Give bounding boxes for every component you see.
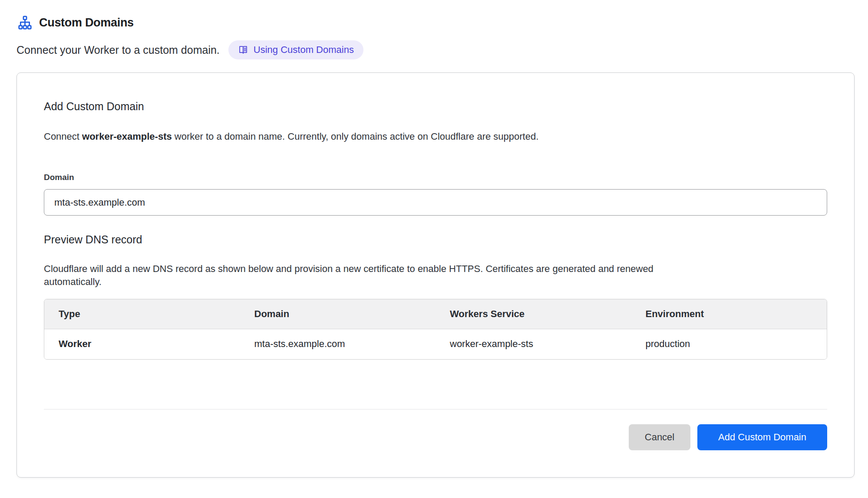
column-header-environment: Environment [631,299,827,329]
preview-dns-heading: Preview DNS record [44,233,827,246]
cell-type: Worker [44,329,240,360]
dns-preview-table: Type Domain Workers Service Environment … [44,299,827,360]
page-header: Custom Domains [18,16,855,30]
cell-domain: mta-sts.example.com [240,329,436,360]
cell-environment: production [631,329,827,360]
add-custom-domain-button[interactable]: Add Custom Domain [697,424,827,450]
cancel-button[interactable]: Cancel [629,424,690,450]
table-header-row: Type Domain Workers Service Environment [44,299,827,329]
open-book-icon [238,45,248,55]
docs-link-badge[interactable]: Using Custom Domains [228,40,363,59]
panel-description: Connect worker-example-sts worker to a d… [44,130,827,143]
column-header-workers-service: Workers Service [436,299,631,329]
description-prefix: Connect [44,131,82,142]
page-title: Custom Domains [39,16,134,29]
add-custom-domain-panel: Add Custom Domain Connect worker-example… [17,72,855,478]
panel-heading: Add Custom Domain [44,100,827,113]
custom-domains-page: Custom Domains Connect your Worker to a … [0,0,868,478]
docs-link-label: Using Custom Domains [254,44,354,56]
table-row: Worker mta-sts.example.com worker-exampl… [44,329,827,360]
description-suffix: worker to a domain name. Currently, only… [172,131,539,142]
footer-divider [44,409,827,410]
domain-field-label: Domain [44,173,827,182]
preview-dns-description: Cloudflare will add a new DNS record as … [44,262,678,288]
column-header-type: Type [44,299,240,329]
page-subtitle: Connect your Worker to a custom domain. [17,44,220,56]
domain-input[interactable] [44,189,827,216]
cell-workers-service: worker-example-sts [436,329,631,360]
page-subheader: Connect your Worker to a custom domain. … [17,40,855,59]
sitemap-icon [18,16,32,30]
panel-actions: Cancel Add Custom Domain [44,424,827,450]
worker-name: worker-example-sts [82,131,172,142]
column-header-domain: Domain [240,299,436,329]
